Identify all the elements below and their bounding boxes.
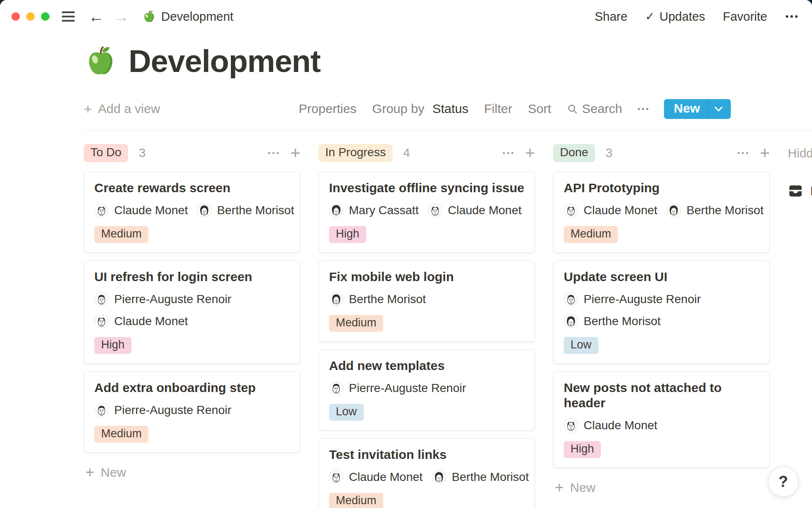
task-card[interactable]: UI refresh for login screenPierre-August… bbox=[84, 260, 300, 364]
task-card[interactable]: New posts not attached to headerClaude M… bbox=[553, 371, 770, 468]
priority-badge: High bbox=[564, 441, 601, 458]
cassatt-avatar-icon bbox=[329, 203, 343, 218]
column-cards: Create rewards screenClaude MonetBerthe … bbox=[84, 171, 300, 453]
add-card-button[interactable]: +New bbox=[553, 479, 770, 497]
column-name-badge[interactable]: In Progress bbox=[318, 144, 392, 162]
column-more-icon[interactable] bbox=[267, 149, 280, 157]
updates-button[interactable]: ✓ Updates bbox=[645, 10, 705, 24]
assignee-row: Pierre-Auguste Renoir bbox=[329, 381, 524, 395]
check-icon: ✓ bbox=[645, 10, 655, 23]
column-more-icon[interactable] bbox=[502, 149, 514, 157]
filter-button[interactable]: Filter bbox=[484, 102, 513, 116]
group-by-label: Group by bbox=[372, 102, 424, 116]
column-more-icon[interactable] bbox=[737, 149, 749, 157]
renoir-avatar-icon bbox=[94, 292, 109, 306]
more-options-icon[interactable] bbox=[785, 13, 798, 20]
column-add-icon[interactable]: + bbox=[760, 144, 770, 161]
plus-icon: + bbox=[84, 101, 92, 117]
assignee-row: Claude MonetBerthe Morisot bbox=[329, 470, 524, 484]
page-title[interactable]: Development bbox=[129, 43, 321, 79]
assignee-row: Berthe Morisot bbox=[564, 314, 759, 329]
chevron-down-icon[interactable] bbox=[708, 104, 731, 113]
add-view-button[interactable]: + Add a view bbox=[84, 101, 160, 117]
assignee-chip: Berthe Morisot bbox=[197, 203, 294, 218]
properties-button[interactable]: Properties bbox=[299, 102, 357, 116]
column-header: In Progress4+ bbox=[318, 144, 535, 162]
task-card[interactable]: Create rewards screenClaude MonetBerthe … bbox=[84, 171, 300, 253]
column-header: Done3+ bbox=[553, 144, 770, 162]
assignee-row: Berthe Morisot bbox=[329, 292, 524, 306]
maximize-window-button[interactable] bbox=[41, 12, 49, 21]
task-card[interactable]: Add new templatesPierre-Auguste RenoirLo… bbox=[318, 349, 535, 431]
help-button[interactable]: ? bbox=[768, 467, 798, 497]
assignee-row: Pierre-Auguste Renoir bbox=[94, 292, 290, 306]
close-window-button[interactable] bbox=[11, 12, 20, 21]
assignee-name: Claude Monet bbox=[448, 204, 521, 217]
group-by-value: Status bbox=[432, 102, 468, 116]
card-title: Investigate offline syncing issue bbox=[329, 180, 524, 196]
breadcrumb-title: Development bbox=[161, 10, 233, 24]
task-card[interactable]: Investigate offline syncing issueMary Ca… bbox=[318, 171, 535, 253]
minimize-window-button[interactable] bbox=[26, 12, 35, 21]
forward-arrow-icon: → bbox=[113, 9, 129, 25]
hidden-columns-label[interactable]: Hidden columns bbox=[788, 146, 812, 160]
new-button[interactable]: New bbox=[664, 99, 731, 119]
morisot-avatar-icon bbox=[432, 470, 446, 484]
column-add-icon[interactable]: + bbox=[291, 144, 300, 161]
priority-row: Medium bbox=[94, 417, 290, 443]
priority-row: Medium bbox=[329, 306, 524, 332]
priority-badge: Medium bbox=[564, 226, 618, 243]
task-card[interactable]: Update screen UIPierre-Auguste RenoirBer… bbox=[553, 260, 770, 364]
assignee-name: Berthe Morisot bbox=[217, 204, 294, 217]
renoir-avatar-icon bbox=[564, 292, 578, 306]
column-count: 4 bbox=[403, 146, 410, 160]
assignee-row: Claude Monet bbox=[94, 314, 290, 329]
assignee-row: Mary CassattClaude Monet bbox=[329, 203, 524, 218]
breadcrumb[interactable]: Development bbox=[143, 10, 233, 24]
sidebar-toggle-icon[interactable] bbox=[62, 11, 75, 22]
add-card-label: New bbox=[101, 465, 126, 480]
priority-badge: Medium bbox=[94, 226, 148, 243]
priority-badge: High bbox=[329, 226, 366, 243]
column-add-icon[interactable]: + bbox=[525, 144, 535, 161]
assignee-chip: Claude Monet bbox=[564, 203, 657, 218]
priority-badge: Low bbox=[564, 337, 598, 354]
task-card[interactable]: Fix mobile web loginBerthe MorisotMedium bbox=[318, 260, 535, 342]
renoir-avatar-icon bbox=[94, 403, 109, 417]
assignee-chip: Pierre-Auguste Renoir bbox=[94, 292, 231, 306]
back-arrow-icon[interactable]: ← bbox=[88, 9, 104, 25]
search-icon bbox=[567, 103, 578, 114]
favorite-button[interactable]: Favorite bbox=[723, 10, 767, 24]
priority-badge: Medium bbox=[94, 426, 148, 443]
task-card[interactable]: API PrototypingClaude MonetBerthe Moriso… bbox=[553, 171, 770, 253]
assignee-name: Berthe Morisot bbox=[584, 315, 661, 328]
monet-avatar-icon bbox=[94, 203, 109, 218]
morisot-avatar-icon bbox=[197, 203, 211, 218]
priority-badge: High bbox=[94, 337, 132, 354]
column-name-badge[interactable]: Done bbox=[553, 144, 595, 162]
search-button[interactable]: Search bbox=[567, 102, 622, 116]
add-card-button[interactable]: +New bbox=[84, 464, 300, 481]
priority-row: Medium bbox=[94, 218, 290, 243]
card-title: API Prototyping bbox=[564, 180, 759, 196]
task-card[interactable]: Test invitation linksClaude MonetBerthe … bbox=[318, 438, 535, 508]
add-view-label: Add a view bbox=[98, 102, 160, 116]
card-title: New posts not attached to header bbox=[564, 380, 759, 411]
group-by-button[interactable]: Group byStatus bbox=[372, 102, 468, 116]
priority-row: Medium bbox=[564, 218, 759, 243]
assignee-chip: Claude Monet bbox=[428, 203, 521, 218]
assignee-chip: Berthe Morisot bbox=[432, 470, 529, 484]
column-name-badge[interactable]: To Do bbox=[84, 144, 128, 162]
view-more-options-icon[interactable] bbox=[638, 108, 648, 110]
assignee-chip: Claude Monet bbox=[564, 418, 657, 433]
share-button[interactable]: Share bbox=[595, 10, 627, 24]
sort-button[interactable]: Sort bbox=[528, 102, 551, 116]
search-label: Search bbox=[582, 102, 622, 116]
kanban-board: To Do3+Create rewards screenClaude Monet… bbox=[0, 131, 812, 508]
assignee-chip: Pierre-Auguste Renoir bbox=[329, 381, 466, 395]
task-card[interactable]: Add extra onboarding stepPierre-Auguste … bbox=[84, 371, 300, 453]
assignee-name: Pierre-Auguste Renoir bbox=[349, 381, 466, 395]
app-window: ← → Development Share ✓ Updates Favorite… bbox=[0, 0, 812, 508]
page-apple-icon-large[interactable] bbox=[85, 45, 117, 77]
hidden-group-no-status[interactable]: No Status bbox=[788, 183, 812, 199]
